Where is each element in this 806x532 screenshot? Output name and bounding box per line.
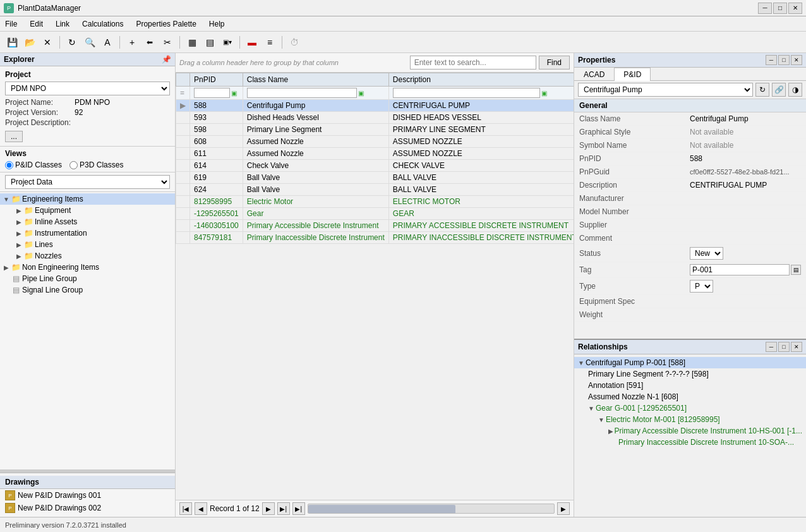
p3d-classes-option[interactable]: P3D Classes xyxy=(69,160,123,169)
tree-item-signal-line-group[interactable]: ▶ ▤ Signal Line Group xyxy=(0,284,175,296)
add-button[interactable]: + xyxy=(124,34,140,51)
prev-page-button[interactable]: ◀ xyxy=(195,502,207,515)
delete-button[interactable]: ✕ xyxy=(39,34,56,51)
cut-button[interactable]: ✂ xyxy=(159,34,176,51)
pnpid-link[interactable]: 812958995 xyxy=(194,197,232,206)
rel-item-electric-motor[interactable]: ▼ Electric Motor M-001 [812958995] xyxy=(574,414,806,425)
explorer-pin-button[interactable]: 📌 xyxy=(162,55,171,64)
first-page-button[interactable]: |◀ xyxy=(179,502,192,515)
grid1-button[interactable]: ▦ xyxy=(184,34,200,51)
menu-calculations[interactable]: Calculations xyxy=(80,18,126,30)
table-row[interactable]: 624 Ball Valve BALL VALVE xyxy=(176,184,574,196)
rel-item-primary-inaccessible[interactable]: Primary Inaccessible Discrete Instrument… xyxy=(574,437,806,448)
pnpid-link[interactable]: -1295265501 xyxy=(194,209,239,218)
col-classname[interactable]: Class Name xyxy=(243,73,388,87)
chart-button[interactable]: ▬ xyxy=(244,34,260,51)
tree-item-nozzles[interactable]: ▶ 📁 Nozzles xyxy=(0,250,175,262)
menu-properties-palette[interactable]: Properties Palette xyxy=(133,18,198,30)
tree-item-lines[interactable]: ▶ 📁 Lines xyxy=(0,239,175,250)
drawing-item-002[interactable]: P New P&ID Drawings 002 xyxy=(0,502,175,514)
col-pnpid[interactable]: PnPID xyxy=(190,73,243,87)
relationships-restore-button[interactable]: □ xyxy=(778,342,790,352)
p3d-classes-radio[interactable] xyxy=(69,161,78,169)
class-select-dropdown[interactable]: Centrifugal Pump xyxy=(578,83,753,97)
rel-item-gear[interactable]: ▼ Gear G-001 [-1295265501] xyxy=(574,402,806,414)
grid3-button[interactable]: ▣▾ xyxy=(219,34,236,51)
toggle-non-engineering[interactable]: ▶ xyxy=(3,263,10,271)
tree-item-instrumentation[interactable]: ▶ 📁 Instrumentation xyxy=(0,227,175,239)
open-button[interactable]: 📂 xyxy=(21,34,38,51)
toggle-props-button[interactable]: ◑ xyxy=(788,83,802,97)
toggle-inline-assets[interactable]: ▶ xyxy=(15,218,23,226)
toggle-engineering-items[interactable]: ▼ xyxy=(3,195,10,203)
pnpid-link[interactable]: -1460305100 xyxy=(194,221,239,230)
rel-item-primary-accessible[interactable]: ▶ Primary Accessible Discrete Instrument… xyxy=(574,425,806,437)
refresh-button[interactable]: ↻ xyxy=(64,34,80,51)
save-button[interactable]: 💾 xyxy=(4,34,20,51)
tree-item-pipe-line-group[interactable]: ▶ ▤ Pipe Line Group xyxy=(0,273,175,284)
filter-pnpid-input[interactable] xyxy=(194,88,230,98)
table-row[interactable]: 598 Primary Line Segment PRIMARY LINE SE… xyxy=(176,124,574,136)
tag-expand-button[interactable]: ▤ xyxy=(791,265,801,275)
menu-file[interactable]: File xyxy=(3,18,20,30)
table-row[interactable]: -1295265501 Gear GEAR xyxy=(176,208,574,220)
data-dropdown[interactable]: Project Data xyxy=(5,175,170,189)
horizontal-scrollbar[interactable] xyxy=(308,504,555,514)
toggle-equipment[interactable]: ▶ xyxy=(15,207,23,214)
properties-restore-button[interactable]: □ xyxy=(778,55,790,65)
filter-classname-input[interactable] xyxy=(247,88,357,98)
type-select[interactable]: P xyxy=(690,280,713,293)
font-button[interactable]: A xyxy=(99,34,116,51)
properties-close-button[interactable]: ✕ xyxy=(791,55,802,65)
pid-classes-option[interactable]: P&ID Classes xyxy=(5,160,62,169)
tree-item-equipment[interactable]: ▶ 📁 Equipment xyxy=(0,205,175,216)
pid-classes-radio[interactable] xyxy=(5,161,13,169)
search-button[interactable]: 🔍 xyxy=(81,34,98,51)
status-select[interactable]: New xyxy=(690,247,723,260)
filter-desc-input[interactable] xyxy=(393,88,540,98)
rel-item-annotation[interactable]: Annotation [591] xyxy=(574,380,806,391)
table-row[interactable]: -1460305100 Primary Accessible Discrete … xyxy=(176,220,574,232)
tree-item-engineering-items[interactable]: ▼ 📁 Engineering Items xyxy=(0,193,175,205)
toggle-nozzles[interactable]: ▶ xyxy=(15,252,23,260)
find-button[interactable]: Find xyxy=(539,56,570,70)
close-button[interactable]: ✕ xyxy=(788,3,802,14)
pnpid-link[interactable]: 847579181 xyxy=(194,233,232,242)
toggle-instrumentation[interactable]: ▶ xyxy=(15,229,23,237)
rel-item-centrifugal-pump[interactable]: ▼ Centrifugal Pump P-001 [588] xyxy=(574,357,806,368)
last-page-button[interactable]: ▶| xyxy=(292,502,305,515)
menu-edit[interactable]: Edit xyxy=(27,18,45,30)
table-row[interactable]: 608 Assumed Nozzle ASSUMED NOZZLE xyxy=(176,136,574,148)
table-row[interactable]: 812958995 Electric Motor ELECTRIC MOTOR xyxy=(176,196,574,208)
col-description[interactable]: Description xyxy=(388,73,574,87)
bars-button[interactable]: ≡ xyxy=(262,34,278,51)
link-props-button[interactable]: 🔗 xyxy=(772,83,786,97)
table-row[interactable]: 619 Ball Valve BALL VALVE xyxy=(176,172,574,184)
toggle-lines[interactable]: ▶ xyxy=(15,241,23,248)
tree-item-non-engineering[interactable]: ▶ 📁 Non Engineering Items xyxy=(0,262,175,273)
relationships-close-button[interactable]: ✕ xyxy=(791,342,802,352)
table-row[interactable]: 614 Check Valve CHECK VALVE xyxy=(176,160,574,172)
more-options-button[interactable]: ... xyxy=(5,131,23,142)
rel-item-primary-line[interactable]: Primary Line Segment ?-?-?-? [598] xyxy=(574,368,806,380)
search-input[interactable] xyxy=(410,56,536,70)
tree-item-inline-assets[interactable]: ▶ 📁 Inline Assets xyxy=(0,216,175,227)
table-row[interactable]: 611 Assumed Nozzle ASSUMED NOZZLE xyxy=(176,148,574,160)
scroll-right-button[interactable]: ▶ xyxy=(557,502,570,515)
drawing-item-001[interactable]: P New P&ID Drawings 001 xyxy=(0,489,175,502)
minimize-button[interactable]: ─ xyxy=(758,3,772,14)
grid2-button[interactable]: ▤ xyxy=(202,34,218,51)
refresh-props-button[interactable]: ↻ xyxy=(755,83,769,97)
next-page-button[interactable]: ▶ xyxy=(262,502,275,515)
tab-acad[interactable]: ACAD xyxy=(574,68,614,81)
clock-button[interactable]: ⏱ xyxy=(286,34,303,51)
relationships-minimize-button[interactable]: ─ xyxy=(766,342,777,352)
import-button[interactable]: ⬅ xyxy=(141,34,158,51)
menu-help[interactable]: Help xyxy=(207,18,227,30)
project-dropdown[interactable]: PDM NPO xyxy=(5,82,170,95)
table-row[interactable]: 593 Dished Heads Vessel DISHED HEADS VES… xyxy=(176,112,574,124)
next-next-page-button[interactable]: ▶| xyxy=(277,502,290,515)
table-row[interactable]: 847579181 Primary Inaccessible Discrete … xyxy=(176,232,574,244)
menu-link[interactable]: Link xyxy=(53,18,72,30)
tag-input[interactable] xyxy=(690,264,790,275)
